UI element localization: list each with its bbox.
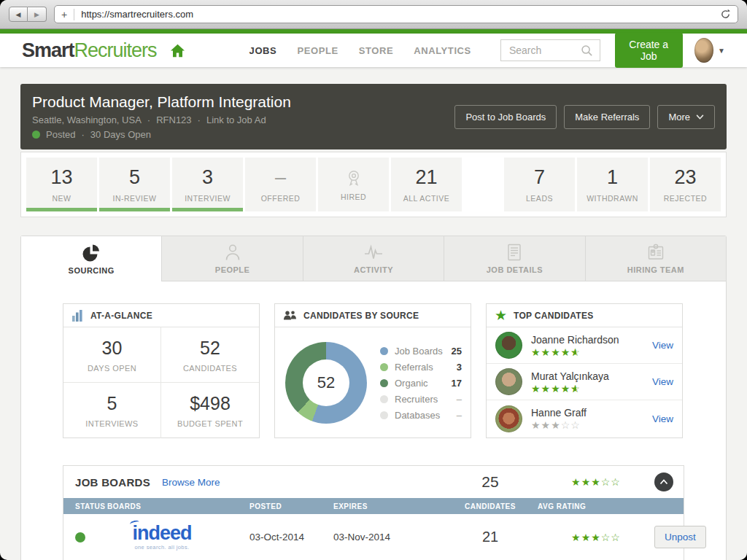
bar-chart-icon bbox=[71, 309, 84, 322]
glance-days-open: 30 DAYS OPEN bbox=[63, 327, 161, 383]
candidate-rating-stars: ★★★☆☆ bbox=[531, 420, 587, 430]
legend-name: Organic bbox=[395, 378, 428, 389]
stat-value: 23 bbox=[674, 166, 696, 189]
column-posted: POSTED bbox=[249, 502, 333, 510]
board-rating-stars: ★★★☆☆ bbox=[538, 532, 654, 542]
stat-value: – bbox=[275, 166, 286, 189]
create-a-job-button[interactable]: Create a Job bbox=[615, 33, 683, 68]
posted-date: 03-Oct-2014 bbox=[249, 532, 333, 542]
candidate-row: Murat Yalçınkaya ★★★★☆★ View bbox=[487, 364, 682, 400]
tab-sourcing[interactable]: SOURCING bbox=[21, 236, 162, 281]
activity-pulse-icon bbox=[364, 243, 383, 262]
menu-item-jobs[interactable]: JOBS bbox=[249, 45, 277, 56]
tab-activity[interactable]: ACTIVITY bbox=[303, 236, 444, 281]
legend-databases: Databases – bbox=[380, 410, 462, 421]
legend-value: – bbox=[457, 394, 462, 405]
tab-label: JOB DETAILS bbox=[487, 265, 543, 274]
new-tab-button[interactable]: + bbox=[61, 9, 74, 20]
person-icon bbox=[223, 243, 242, 262]
glance-value: $498 bbox=[190, 393, 231, 414]
address-bar[interactable]: + https://smartrecruiters.com bbox=[54, 5, 738, 23]
view-candidate-link[interactable]: View bbox=[652, 413, 673, 424]
card-title: AT-A-GLANCE bbox=[90, 311, 152, 321]
tab-hiring-team[interactable]: HIRING TEAM bbox=[586, 236, 726, 281]
candidates-by-source-header: CANDIDATES BY SOURCE bbox=[275, 304, 471, 327]
job-boards-title: JOB BOARDS bbox=[75, 476, 150, 489]
user-menu-caret-icon[interactable]: ▼ bbox=[718, 47, 725, 55]
job-header: Product Manager, Platform Integration Se… bbox=[20, 84, 727, 149]
more-button[interactable]: More bbox=[657, 105, 715, 129]
job-meta: Seattle, Washington, USA · RFN123 · Link… bbox=[32, 114, 291, 125]
job-boards-section: JOB BOARDS Browse More 25 ★★★☆☆ STATUS bbox=[63, 465, 684, 560]
separator: · bbox=[147, 114, 150, 125]
stats-spacer bbox=[464, 158, 502, 211]
legend-recruiters: Recruiters – bbox=[380, 394, 462, 405]
main-menu: JOBS PEOPLE STORE ANALYTICS bbox=[249, 45, 471, 56]
tab-job-details[interactable]: JOB DETAILS bbox=[444, 236, 585, 281]
legend-value: 17 bbox=[452, 378, 462, 389]
view-candidate-link[interactable]: View bbox=[652, 376, 673, 387]
menu-item-analytics[interactable]: ANALYTICS bbox=[414, 45, 471, 56]
stat-leads[interactable]: 7 LEADS bbox=[504, 158, 575, 211]
stat-value: 3 bbox=[202, 166, 213, 189]
legend-name: Databases bbox=[395, 410, 440, 421]
stat-rejected[interactable]: 23 REJECTED bbox=[650, 158, 721, 211]
candidate-avatar[interactable] bbox=[495, 405, 522, 432]
id-badge-icon bbox=[646, 243, 665, 262]
browse-more-link[interactable]: Browse More bbox=[162, 477, 220, 488]
glance-label: BUDGET SPENT bbox=[177, 419, 243, 428]
unpost-button[interactable]: Unpost bbox=[654, 526, 706, 548]
stat-label: REJECTED bbox=[664, 194, 707, 203]
stat-offered[interactable]: – OFFERED bbox=[245, 158, 316, 211]
url-text[interactable]: https://smartrecruiters.com bbox=[81, 9, 720, 20]
make-referrals-button[interactable]: Make Referrals bbox=[564, 105, 650, 129]
stat-all-active[interactable]: 21 ALL ACTIVE bbox=[391, 158, 462, 211]
card-title: TOP CANDIDATES bbox=[514, 311, 594, 321]
expires-date: 03-Nov-2014 bbox=[333, 532, 443, 542]
candidate-row: Hanne Graff ★★★☆☆ View bbox=[487, 400, 682, 437]
search-box[interactable] bbox=[500, 39, 600, 61]
collapse-button[interactable] bbox=[654, 472, 673, 491]
source-donut-chart: 52 bbox=[285, 342, 367, 424]
at-a-glance-grid: 30 DAYS OPEN 52 CANDIDATES 5 INTERVIEWS bbox=[63, 327, 259, 438]
candidate-name[interactable]: Joanne Richardson bbox=[531, 334, 619, 346]
candidate-avatar[interactable] bbox=[495, 368, 522, 395]
forward-button[interactable]: ▶ bbox=[28, 7, 47, 22]
chevron-down-icon bbox=[696, 114, 704, 120]
job-ad-link[interactable]: Link to Job Ad bbox=[206, 114, 266, 125]
candidate-avatar[interactable] bbox=[495, 332, 522, 359]
glance-budget-spent: $498 BUDGET SPENT bbox=[161, 383, 259, 438]
medal-icon bbox=[344, 168, 363, 187]
candidate-name[interactable]: Hanne Graff bbox=[531, 407, 587, 419]
column-boards: BOARDS bbox=[107, 502, 249, 510]
job-tabs-card: SOURCING PEOPLE ACTIVITY JOB DETAILS HIR… bbox=[20, 236, 727, 560]
view-candidate-link[interactable]: View bbox=[652, 340, 673, 351]
tab-label: ACTIVITY bbox=[354, 265, 393, 274]
smartrecruiters-logo[interactable]: SmartRecruiters bbox=[22, 39, 157, 62]
candidate-row: Joanne Richardson ★★★★☆★ View bbox=[487, 327, 682, 364]
search-input[interactable] bbox=[508, 44, 581, 57]
back-button[interactable]: ◀ bbox=[9, 7, 28, 22]
stat-hired[interactable]: HIRED bbox=[318, 158, 389, 211]
search-icon bbox=[581, 44, 593, 57]
post-to-job-boards-button[interactable]: Post to Job Boards bbox=[454, 105, 557, 129]
stat-value: 1 bbox=[607, 166, 618, 189]
legend-dot bbox=[380, 363, 388, 371]
home-icon[interactable] bbox=[170, 44, 185, 58]
menu-item-store[interactable]: STORE bbox=[359, 45, 394, 56]
stat-in-review[interactable]: 5 IN-REVIEW bbox=[99, 158, 170, 211]
stat-new[interactable]: 13 NEW bbox=[26, 158, 97, 211]
menu-item-people[interactable]: PEOPLE bbox=[297, 45, 338, 56]
indeed-logo[interactable]: indeed one search. all jobs. bbox=[107, 524, 217, 551]
stat-withdrawn[interactable]: 1 WITHDRAWN bbox=[577, 158, 648, 211]
user-avatar[interactable] bbox=[694, 38, 714, 63]
tab-people[interactable]: PEOPLE bbox=[162, 236, 303, 281]
card-title: CANDIDATES BY SOURCE bbox=[303, 311, 419, 321]
job-location: Seattle, Washington, USA bbox=[32, 114, 142, 125]
candidate-name[interactable]: Murat Yalçınkaya bbox=[531, 370, 609, 382]
top-candidates-card: ★ TOP CANDIDATES Joanne Richardson ★★★★☆… bbox=[486, 303, 683, 438]
more-label: More bbox=[668, 112, 690, 122]
legend-value: 3 bbox=[457, 362, 462, 373]
stat-interview[interactable]: 3 INTERVIEW bbox=[172, 158, 243, 211]
reload-icon[interactable] bbox=[720, 9, 731, 20]
